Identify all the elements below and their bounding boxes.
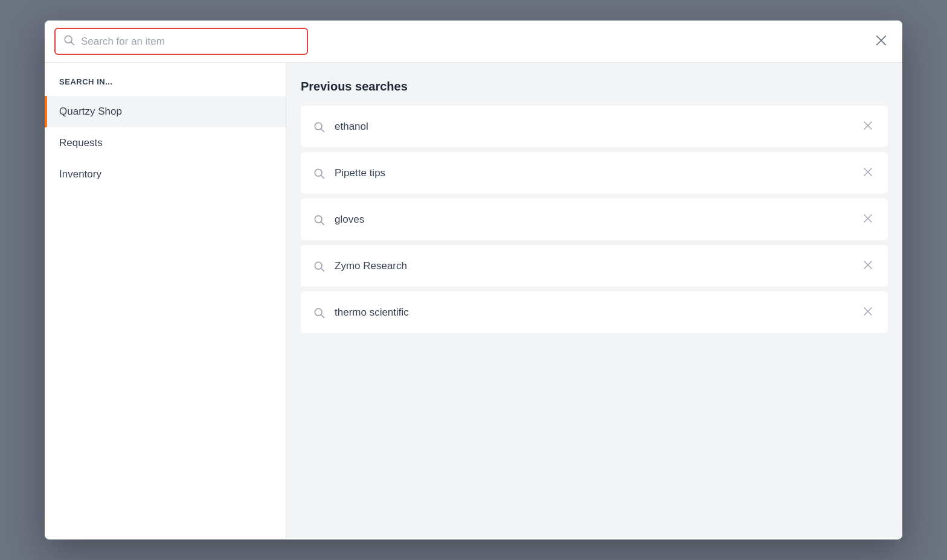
sidebar-item-quartzy-shop[interactable]: Quartzy Shop (45, 96, 286, 127)
search-result-item[interactable]: gloves (301, 199, 888, 240)
sidebar-item-label-quartzy-shop: Quartzy Shop (59, 106, 122, 117)
result-text-4: Zymo Research (335, 260, 860, 272)
svg-line-1 (71, 42, 74, 45)
result-search-icon-3 (313, 214, 325, 226)
previous-searches-title: Previous searches (301, 80, 888, 94)
search-result-item[interactable]: Pipette tips (301, 152, 888, 194)
sidebar-item-label-inventory: Inventory (59, 168, 101, 180)
modal-body: SEARCH IN... Quartzy Shop Requests Inven… (45, 63, 902, 538)
close-modal-button[interactable] (872, 31, 890, 52)
search-result-item[interactable]: ethanol (301, 106, 888, 147)
search-icon (63, 34, 75, 49)
svg-line-5 (321, 129, 324, 132)
result-search-icon-4 (313, 260, 325, 272)
result-search-icon-5 (313, 307, 325, 319)
result-close-button-2[interactable] (860, 164, 876, 182)
result-close-button-5[interactable] (860, 304, 876, 321)
sidebar-item-requests[interactable]: Requests (45, 127, 286, 159)
svg-line-9 (321, 175, 324, 178)
result-text-3: gloves (335, 214, 860, 226)
search-in-label: SEARCH IN... (45, 77, 286, 96)
result-text-2: Pipette tips (335, 167, 860, 179)
search-result-list: ethanol Pipette (301, 106, 888, 333)
sidebar-item-inventory[interactable]: Inventory (45, 159, 286, 190)
search-bar (45, 21, 902, 63)
search-modal: SEARCH IN... Quartzy Shop Requests Inven… (45, 21, 902, 539)
result-search-icon-2 (313, 167, 325, 179)
result-text-5: thermo scientific (335, 307, 860, 319)
svg-line-13 (321, 221, 324, 224)
svg-line-21 (321, 314, 324, 317)
result-close-button-1[interactable] (860, 118, 876, 135)
search-input-wrapper (54, 28, 308, 55)
search-sidebar: SEARCH IN... Quartzy Shop Requests Inven… (45, 63, 286, 538)
search-content-area: Previous searches ethanol (286, 63, 902, 538)
sidebar-item-label-requests: Requests (59, 137, 103, 148)
result-close-button-3[interactable] (860, 211, 876, 228)
svg-line-17 (321, 268, 324, 271)
result-text-1: ethanol (335, 121, 860, 133)
result-close-button-4[interactable] (860, 257, 876, 275)
result-search-icon-1 (313, 121, 325, 133)
search-input[interactable] (81, 36, 300, 48)
search-result-item[interactable]: thermo scientific (301, 291, 888, 333)
search-result-item[interactable]: Zymo Research (301, 245, 888, 287)
